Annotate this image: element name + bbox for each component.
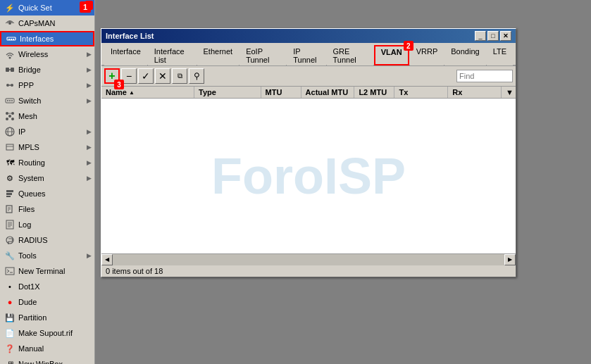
tab-gre-tunnel[interactable]: GRE Tunnel [327, 45, 373, 65]
svg-rect-25 [6, 144, 13, 150]
switch-icon [4, 95, 15, 106]
column-mtu[interactable]: MTU [261, 87, 301, 98]
find-box [456, 70, 513, 82]
tabs-bar: Interface Interface List Ethernet EoIP T… [101, 43, 516, 66]
column-rx[interactable]: Rx [448, 87, 502, 98]
sidebar-label-manual: Manual [18, 344, 44, 353]
sidebar-item-ppp[interactable]: PPP ▶ [0, 77, 94, 93]
sidebar-item-switch[interactable]: Switch ▶ [0, 93, 94, 108]
svg-rect-34 [6, 220, 13, 229]
sidebar-item-bridge[interactable]: Bridge ▶ [0, 62, 94, 77]
svg-rect-40 [6, 268, 14, 275]
dropdown-arrow: ▼ [506, 88, 514, 96]
sidebar-item-quick-set[interactable]: ⚡ Quick Set 1 [0, 0, 94, 15]
bridge-icon [4, 64, 15, 75]
close-button[interactable]: ✕ [500, 31, 511, 41]
toolbar: + 3 − ✓ ✕ ⧉ ⚲ [101, 66, 516, 87]
tab-bonding[interactable]: Bonding [444, 45, 485, 65]
sort-arrow: ▲ [129, 89, 135, 96]
scroll-right-button[interactable]: ▶ [504, 254, 516, 265]
scroll-left-button[interactable]: ◀ [101, 254, 113, 265]
switch-arrow: ▶ [87, 97, 92, 104]
scroll-track[interactable] [113, 254, 504, 265]
tab-ethernet[interactable]: Ethernet [197, 45, 239, 65]
svg-rect-6 [6, 68, 9, 72]
sidebar-label-supout: Make Supout.rif [18, 329, 73, 337]
sidebar-item-wireless[interactable]: Wireless ▶ [0, 46, 94, 62]
manual-icon: ❓ [4, 343, 15, 354]
sidebar-item-partition[interactable]: 💾 Partition [0, 310, 94, 325]
svg-point-17 [11, 112, 14, 115]
column-extra[interactable]: ▼ [502, 87, 516, 98]
svg-rect-7 [11, 68, 14, 72]
sidebar-item-log[interactable]: Log [0, 217, 94, 232]
sidebar-item-dot1x[interactable]: • Dot1X [0, 279, 94, 294]
tab-vrrp[interactable]: VRRP [410, 45, 444, 65]
svg-point-15 [11, 100, 13, 101]
enable-button[interactable]: ✓ [138, 68, 154, 84]
system-arrow: ▶ [87, 175, 92, 182]
tab-interface[interactable]: Interface [104, 45, 147, 65]
minimize-button[interactable]: _ [475, 31, 486, 41]
svg-rect-28 [6, 193, 12, 195]
sidebar-item-mesh[interactable]: Mesh [0, 108, 94, 124]
add-button[interactable]: + 3 [104, 68, 120, 84]
column-name[interactable]: Name ▲ [101, 87, 194, 98]
dot1x-icon: • [4, 281, 15, 292]
radius-icon [4, 234, 15, 246]
mpls-arrow: ▶ [87, 144, 92, 151]
column-actual-mtu[interactable]: Actual MTU [301, 87, 355, 98]
sidebar-label-system: System [18, 174, 44, 182]
find-input[interactable] [456, 70, 513, 82]
sidebar-label-ip: IP [18, 127, 25, 136]
sidebar-label-quick-set: Quick Set [18, 4, 52, 12]
tab-lte[interactable]: LTE [487, 45, 513, 65]
svg-point-16 [6, 112, 8, 115]
sidebar-item-interfaces[interactable]: Interfaces [0, 31, 94, 46]
bridge-arrow: ▶ [87, 66, 92, 73]
routing-arrow: ▶ [87, 159, 92, 166]
tab-vlan[interactable]: VLAN 2 [374, 45, 409, 65]
maximize-button[interactable]: □ [487, 31, 499, 41]
sidebar-item-new-terminal[interactable]: New Terminal [0, 263, 94, 279]
remove-button[interactable]: − [121, 68, 137, 84]
add-icon: + [108, 70, 115, 82]
filter-button[interactable]: ⚲ [189, 68, 204, 84]
disable-button[interactable]: ✕ [155, 68, 170, 84]
sidebar-item-capsman[interactable]: CAPsMAN [0, 15, 94, 31]
sidebar-item-new-winbox[interactable]: 🖥 New WinBox [0, 356, 94, 364]
mpls-icon [4, 142, 15, 153]
sidebar-item-queues[interactable]: Queues [0, 186, 94, 201]
sidebar-item-make-supout[interactable]: 📄 Make Supout.rif [0, 325, 94, 341]
column-type[interactable]: Type [194, 87, 261, 98]
sidebar-item-system[interactable]: ⚙ System ▶ [0, 170, 94, 186]
column-l2mtu[interactable]: L2 MTU [354, 87, 394, 98]
sidebar-label-interfaces: Interfaces [20, 34, 54, 43]
sidebar-item-dude[interactable]: ● Dude [0, 294, 94, 310]
horizontal-scrollbar[interactable]: ◀ ▶ [101, 253, 516, 265]
copy-icon: ⧉ [178, 72, 182, 80]
svg-point-10 [11, 84, 13, 87]
sidebar-item-radius[interactable]: RADIUS [0, 232, 94, 248]
interface-list-window: Interface List _ □ ✕ Interface Interface… [101, 28, 516, 277]
sidebar-item-mpls[interactable]: MPLS ▶ [0, 139, 94, 155]
tab-interface-list[interactable]: Interface List [148, 45, 197, 65]
copy-button[interactable]: ⧉ [172, 68, 187, 84]
wireless-icon [4, 49, 15, 60]
svg-rect-2 [8, 39, 10, 40]
column-tx[interactable]: Tx [394, 87, 448, 98]
mesh-icon [4, 111, 15, 122]
sidebar-item-routing[interactable]: 🗺 Routing ▶ [0, 155, 94, 170]
sidebar-label-dude: Dude [18, 298, 37, 306]
wireless-arrow: ▶ [87, 51, 92, 58]
sidebar-item-ip[interactable]: IP ▶ [0, 124, 94, 139]
sidebar-item-tools[interactable]: 🔧 Tools ▶ [0, 248, 94, 263]
svg-rect-29 [6, 196, 11, 197]
tab-eoip-tunnel[interactable]: EoIP Tunnel [239, 45, 286, 65]
status-text: 0 items out of 18 [106, 267, 163, 275]
tab-ip-tunnel[interactable]: IP Tunnel [287, 45, 325, 65]
capsman-icon [4, 18, 15, 29]
svg-point-9 [6, 84, 9, 87]
sidebar-item-files[interactable]: Files [0, 201, 94, 217]
sidebar-item-manual[interactable]: ❓ Manual [0, 341, 94, 356]
